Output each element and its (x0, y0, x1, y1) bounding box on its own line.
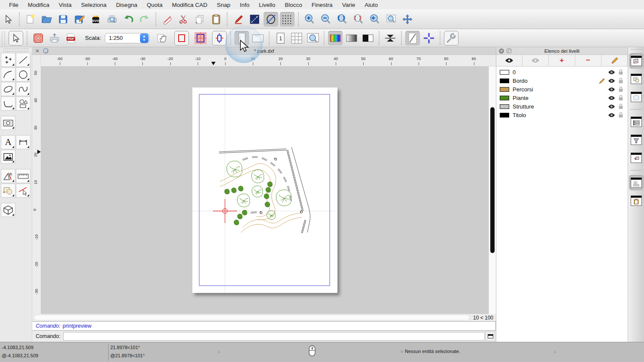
close-preview-button[interactable] (31, 31, 46, 45)
zoom-in-button[interactable] (302, 12, 317, 27)
panel-detach-icon[interactable] (507, 48, 511, 53)
tool-ellipse[interactable] (1, 82, 15, 96)
tool-draft-tools[interactable] (1, 169, 15, 183)
layer-row[interactable]: Piante (496, 94, 628, 102)
property-pencil-button[interactable] (231, 12, 246, 27)
menu-item[interactable]: Blocco (280, 2, 307, 8)
redo-button[interactable] (137, 12, 152, 27)
menu-item[interactable]: Snap (212, 2, 235, 8)
draft-mode-button[interactable] (405, 31, 420, 45)
layer-name[interactable]: Bordo (513, 78, 598, 84)
pdf-export-button[interactable]: PDF (64, 31, 78, 45)
document-tab-title[interactable]: * park.dxf (32, 48, 496, 54)
zoom-window-button[interactable] (384, 12, 398, 27)
layer-name[interactable]: Piante (513, 95, 608, 101)
show-margins-button[interactable] (193, 31, 208, 45)
tool-hatch[interactable] (1, 116, 15, 130)
layer-color-swatch[interactable] (500, 113, 509, 118)
zoom-out-button[interactable] (319, 12, 333, 27)
layer-row[interactable]: Titolo (496, 111, 628, 119)
zoom-auto-button[interactable] (335, 12, 349, 27)
horizontal-scrollbar[interactable] (34, 315, 470, 320)
menu-item[interactable]: Finestra (307, 2, 337, 8)
copy-button[interactable]: + (192, 12, 207, 27)
cut-button[interactable]: + (176, 12, 191, 27)
layer-color-swatch[interactable] (500, 96, 509, 100)
tool-arc[interactable] (1, 67, 15, 81)
tool-image[interactable] (1, 150, 15, 164)
add-layer-button[interactable]: + (549, 55, 575, 66)
print-preview-canvas[interactable] (41, 66, 489, 314)
layer-color-swatch[interactable] (500, 87, 509, 92)
print-preview-button[interactable] (105, 12, 119, 27)
vertical-scrollbar[interactable] (489, 66, 496, 314)
layer-visibility-icon[interactable] (608, 70, 615, 75)
toggle-property-editor-button[interactable] (629, 114, 644, 130)
toggle-library-browser-button[interactable] (629, 150, 644, 166)
tool-text[interactable]: A (1, 135, 15, 149)
layer-visibility-icon[interactable] (608, 113, 615, 118)
layer-visibility-icon[interactable] (608, 104, 615, 109)
landscape-button[interactable] (251, 31, 265, 45)
layer-row[interactable]: Strutture (496, 102, 628, 111)
tool-block[interactable] (1, 184, 15, 198)
layer-color-swatch[interactable] (500, 78, 509, 83)
tool-modify[interactable] (16, 184, 30, 198)
show-paper-borders-button[interactable] (174, 31, 189, 45)
layer-lock-icon[interactable] (618, 95, 623, 101)
undo-button[interactable] (121, 12, 136, 27)
auto-center-button[interactable] (383, 31, 398, 45)
preview-pan-button[interactable] (155, 31, 170, 45)
layer-visibility-icon[interactable] (608, 96, 615, 100)
menu-item[interactable]: Disegna (111, 2, 142, 8)
svg-export-button[interactable]: SVG (88, 12, 103, 27)
layer-lock-icon[interactable] (618, 103, 623, 109)
menu-item[interactable]: Seleziona (76, 2, 111, 8)
zoom-to-page-button[interactable] (306, 31, 320, 45)
tool-spline[interactable] (16, 82, 30, 96)
single-page-button[interactable]: 1 (273, 31, 288, 45)
grayscale-button[interactable] (344, 31, 359, 45)
menu-item[interactable]: Modifica (23, 2, 54, 8)
pan-button[interactable] (400, 12, 415, 27)
menu-item[interactable]: File (4, 2, 23, 8)
zoom-selection-button[interactable] (351, 12, 366, 27)
black-white-button[interactable] (361, 31, 375, 45)
preview-select-button[interactable] (9, 31, 23, 45)
layer-name[interactable]: Strutture (513, 103, 608, 110)
layer-visibility-icon[interactable] (608, 78, 615, 83)
menu-item[interactable]: Modifica CAD (167, 2, 212, 8)
vertical-scrollbar-thumb[interactable] (490, 107, 495, 253)
layer-lock-icon[interactable] (618, 78, 623, 84)
portrait-button[interactable] (234, 31, 249, 45)
layer-color-swatch[interactable] (500, 104, 509, 109)
open-file-button[interactable] (39, 12, 54, 27)
menu-item[interactable]: Vista (54, 2, 76, 8)
toggle-view-list-button[interactable] (629, 89, 644, 105)
edit-layer-button[interactable] (601, 55, 628, 66)
full-color-button[interactable] (328, 31, 343, 45)
command-input[interactable] (63, 332, 485, 341)
new-file-button[interactable] (23, 12, 38, 27)
toggle-selection-filter-button[interactable] (629, 132, 644, 148)
menu-item[interactable]: Info (235, 2, 255, 8)
restrict-angle-button[interactable] (264, 12, 278, 27)
palette-handle[interactable] (3, 48, 28, 52)
toggle-block-list-button[interactable] (629, 71, 644, 87)
layer-visibility-icon[interactable] (608, 87, 615, 92)
layer-name[interactable]: Percorsi (513, 86, 608, 93)
tool-polyline[interactable] (1, 97, 15, 111)
tool-circle[interactable] (16, 67, 30, 81)
tool-shape[interactable] (16, 97, 30, 111)
layer-lock-icon[interactable] (618, 69, 623, 75)
menu-item[interactable]: Quota (142, 2, 167, 8)
toggle-clipboard-panel-button[interactable] (629, 193, 644, 208)
multi-page-button[interactable] (289, 31, 304, 45)
tool-measure[interactable] (16, 169, 30, 183)
layer-name[interactable]: Titolo (513, 112, 608, 118)
toolbar-handle[interactable] (2, 31, 5, 45)
zoom-previous-button[interactable] (368, 12, 382, 27)
save-button[interactable] (56, 12, 70, 27)
crosshair-button[interactable] (422, 31, 436, 45)
auto-fit-drawing-button[interactable] (212, 31, 227, 45)
